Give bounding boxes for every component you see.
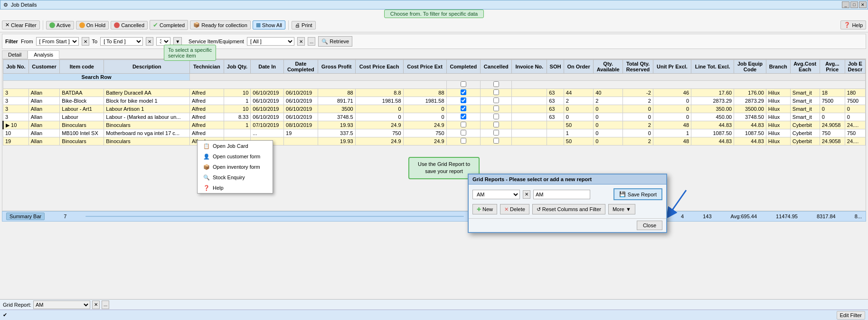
table-row[interactable]: ▶ 10AllanBinocularsBinocularsAlfred 107/… <box>3 121 866 129</box>
completed-button[interactable]: ✔ Completed <box>150 20 188 30</box>
to-select[interactable]: [ To End ] <box>100 37 143 46</box>
save-report-button[interactable]: 💾 Save Report <box>613 188 662 200</box>
row-cancelled-check[interactable] <box>493 97 499 103</box>
to-clear-btn[interactable]: ✕ <box>146 37 153 46</box>
minimize-btn[interactable]: _ <box>842 1 849 8</box>
row-completed-check[interactable] <box>461 122 466 127</box>
service-item-browse-btn[interactable]: ... <box>308 37 315 46</box>
cancelled-button[interactable]: Cancelled <box>111 21 148 29</box>
row-completed-check[interactable] <box>461 106 466 111</box>
col-linetotexcl[interactable]: Line Tot. Excl. <box>691 60 734 74</box>
print-button[interactable]: 🖨 Print <box>292 21 316 29</box>
service-item-clear-btn[interactable]: ✕ <box>297 37 305 46</box>
col-jobedescr[interactable]: Job EDescr <box>845 60 865 74</box>
table-row[interactable]: 3AllanBATDAABattery Duracell AAAlfred 10… <box>3 89 866 97</box>
filter-label: Filter <box>5 39 18 44</box>
new-report-button[interactable]: ✚ New <box>472 204 497 214</box>
row-cancelled-check[interactable] <box>493 138 499 144</box>
grid-report-bar-select[interactable]: AM <box>33 301 90 309</box>
table-row[interactable]: 3AllanLabour - Art1Labour Artison 1Alfre… <box>3 105 866 113</box>
from-select[interactable]: [ From Start ] <box>36 37 79 46</box>
col-description[interactable]: Description <box>104 60 190 74</box>
col-datein[interactable]: Date In <box>251 60 284 74</box>
top-filter-tooltip: Choose from. To filter for specific data <box>384 10 484 18</box>
tab-analysis[interactable]: Analysis <box>28 50 59 59</box>
col-costpriceext[interactable]: Cost Price Ext <box>403 60 446 74</box>
col-technician[interactable]: Technician <box>190 60 224 74</box>
row-completed-check[interactable] <box>461 89 466 95</box>
completed-filter-check[interactable] <box>461 81 466 87</box>
grid-report-clear-btn[interactable]: ✕ <box>523 190 530 199</box>
row-cancelled-check[interactable] <box>493 114 499 119</box>
col-jobequipcode[interactable]: Job EquipCode <box>734 60 766 74</box>
col-completed[interactable]: Completed <box>446 60 481 74</box>
context-menu-item-help[interactable]: ❓ Help <box>198 183 273 193</box>
open-inventory-form-icon: 📦 <box>203 164 210 170</box>
table-row[interactable]: 10AllanMB100 Intel SXMotherboard no vga … <box>3 129 866 137</box>
reset-icon: ↺ <box>537 206 541 213</box>
col-qtyavail[interactable]: Qty.Available <box>594 60 623 74</box>
show-all-button[interactable]: ▦ Show All <box>253 20 285 29</box>
data-table-container[interactable]: Job No. Customer Item code Description T… <box>2 59 866 211</box>
close-btn-window[interactable]: ✕ <box>859 1 867 8</box>
table-row[interactable]: 3AllanLabourLabour - (Marked as labour u… <box>3 113 866 121</box>
row-cancelled-check[interactable] <box>493 122 499 127</box>
col-cancelled[interactable]: Cancelled <box>481 60 512 74</box>
filter-row <box>3 81 866 89</box>
col-jobqty[interactable]: Job Qty. <box>224 60 251 74</box>
on-hold-button[interactable]: On Hold <box>76 21 109 29</box>
row-completed-check[interactable] <box>461 97 466 103</box>
col-branch[interactable]: Branch <box>766 60 790 74</box>
delete-report-button[interactable]: ✕ Delete <box>500 204 529 214</box>
row-completed-check[interactable] <box>461 138 466 144</box>
summary-label: Summary Bar <box>6 213 45 220</box>
clear-filter-button[interactable]: ✕ Clear Filter <box>2 20 40 29</box>
col-soh[interactable]: SOH <box>547 60 564 74</box>
context-menu-item-open-job-card[interactable]: 📋 Open Job Card <box>198 141 273 151</box>
more-button[interactable]: More ▼ <box>608 204 635 214</box>
maximize-btn[interactable]: □ <box>850 1 858 8</box>
context-menu-item-open-customer-form[interactable]: 👤 Open customer form <box>198 151 273 162</box>
row-cancelled-check[interactable] <box>493 89 499 95</box>
title-bar-icon: ⚙ <box>3 2 8 8</box>
reset-columns-button[interactable]: ↺ Reset Columns and Filter <box>532 204 605 214</box>
cancelled-filter-check[interactable] <box>493 81 499 87</box>
col-itemcode[interactable]: Item code <box>60 60 104 74</box>
context-menu-item-open-inventory-form[interactable]: 📦 Open inventory form <box>198 162 273 172</box>
grid-report-name-input[interactable] <box>533 190 590 199</box>
help-button[interactable]: ❓ Help <box>840 20 866 29</box>
row-cancelled-check[interactable] <box>493 130 499 136</box>
grid-report-bar-clear-btn[interactable]: ✕ <box>92 301 100 309</box>
row-cancelled-check[interactable] <box>493 106 499 111</box>
col-costpriceeach[interactable]: Cost Price Each <box>355 60 403 74</box>
col-avgprice[interactable]: Avg...Price <box>820 60 845 74</box>
grid-report-bar-more-btn[interactable]: ... <box>102 301 109 309</box>
edit-filter-button[interactable]: Edit Filter <box>837 311 865 320</box>
col-jobno[interactable]: Job No. <box>3 60 29 74</box>
col-avgcosteach[interactable]: Avg.CostEach <box>790 60 820 74</box>
retrieve-button[interactable]: 🔍 Retrieve <box>318 36 352 47</box>
from-clear-btn[interactable]: ✕ <box>82 37 89 46</box>
table-row[interactable]: 3AllanBike-BlockBlock for bike model 1Al… <box>3 97 866 105</box>
tab-detail[interactable]: Detail <box>2 50 28 58</box>
context-menu-item-stock-enquiry[interactable]: 🔍 Stock Enquiry <box>198 172 273 183</box>
service-item-select[interactable]: [ All ] <box>247 37 294 46</box>
table-row[interactable]: 19AllanBinocularsBinocularsAlfred 19.932… <box>3 137 866 145</box>
summary-v1: 7 <box>64 213 66 219</box>
col-totalqtyres[interactable]: Total Qty.Reserved <box>623 60 653 74</box>
grid-report-select[interactable]: AM <box>472 190 520 199</box>
col-datecompleted[interactable]: DateCompleted <box>284 60 318 74</box>
summary-divider <box>85 216 463 217</box>
col-onorder[interactable]: On Order <box>564 60 593 74</box>
ready-for-collection-button[interactable]: 📦 Ready for collection <box>190 20 251 29</box>
col-grossprofit[interactable]: Gross Profit <box>318 60 355 74</box>
close-dialog-button[interactable]: Close <box>637 221 662 230</box>
row-completed-check[interactable] <box>461 130 466 136</box>
separator2 <box>288 20 289 30</box>
row-completed-check[interactable] <box>461 114 466 119</box>
open-customer-form-icon: 👤 <box>203 153 210 160</box>
col-unitprexcl[interactable]: Unit Pr Excl. <box>653 60 691 74</box>
col-customer[interactable]: Customer <box>28 60 60 74</box>
active-button[interactable]: Active <box>46 21 74 29</box>
col-invoiceno[interactable]: Invoice No. <box>512 60 547 74</box>
